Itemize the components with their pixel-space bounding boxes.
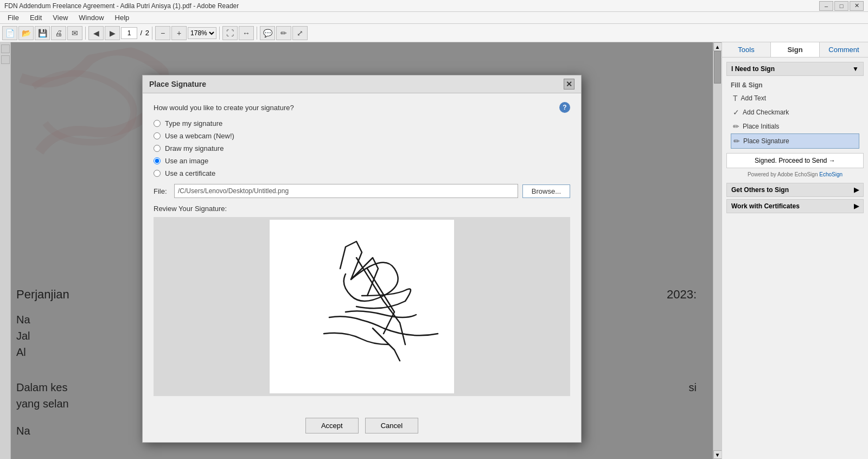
option-webcam[interactable]: Use a webcam (New!) xyxy=(154,132,570,140)
echosign-text: Powered by Adobe EchoSign EchoSign xyxy=(726,170,864,178)
place-signature-modal: Place Signature ✕ How would you like to … xyxy=(142,75,582,443)
modal-overlay: Place Signature ✕ How would you like to … xyxy=(11,42,713,459)
fit-width-btn[interactable]: ↔ xyxy=(239,26,254,40)
accept-button[interactable]: Accept xyxy=(305,418,359,433)
sep1 xyxy=(85,27,86,40)
i-need-to-sign-header[interactable]: I Need to Sign ▼ xyxy=(726,62,864,76)
scrollbar: ▲ ▼ xyxy=(713,42,722,459)
place-initials-label: Place Initials xyxy=(743,123,779,130)
zoom-select[interactable]: 178% 100% 150% 200% xyxy=(188,27,216,39)
main-layout: Perjanjian 2023: Na Jal Al Dalam kes yan… xyxy=(0,42,868,459)
label-type-signature: Type my signature xyxy=(165,119,222,127)
menu-bar: File Edit View Window Help xyxy=(0,12,868,24)
get-others-chevron-icon: ▶ xyxy=(854,186,859,194)
email-btn[interactable]: ✉ xyxy=(67,26,82,40)
modal-titlebar: Place Signature ✕ xyxy=(143,75,581,93)
add-checkmark-label: Add Checkmark xyxy=(743,109,789,116)
label-image: Use an image xyxy=(165,157,208,165)
i-need-to-sign-label: I Need to Sign xyxy=(731,65,775,73)
right-panel: Tools Sign Comment I Need to Sign ▼ Fill… xyxy=(722,42,868,459)
browse-button[interactable]: Browse... xyxy=(522,184,570,198)
radio-image[interactable] xyxy=(154,157,161,164)
signed-proceed-button[interactable]: Signed. Proceed to Send → xyxy=(726,153,864,168)
right-panel-content: I Need to Sign ▼ Fill & Sign T Add Text … xyxy=(722,58,868,459)
option-image[interactable]: Use an image xyxy=(154,157,570,165)
chevron-down-icon: ▼ xyxy=(852,65,859,73)
close-window-button[interactable]: ✕ xyxy=(850,1,864,11)
cancel-button[interactable]: Cancel xyxy=(365,418,418,433)
option-type-signature[interactable]: Type my signature xyxy=(154,119,570,127)
file-path-input[interactable] xyxy=(174,184,518,198)
expand-btn[interactable]: ⤢ xyxy=(292,26,308,40)
sep4 xyxy=(257,27,257,40)
label-draw: Draw my signature xyxy=(165,144,224,152)
scroll-track[interactable] xyxy=(713,51,722,450)
left-strip-btn2[interactable] xyxy=(1,55,10,64)
add-text-item[interactable]: T Add Text xyxy=(731,91,859,105)
signature-preview xyxy=(154,217,570,396)
tab-comment[interactable]: Comment xyxy=(820,42,868,57)
sep3 xyxy=(219,27,220,40)
echosign-label: Powered by Adobe EchoSign xyxy=(748,171,818,177)
place-initials-item[interactable]: ✏ Place Initials xyxy=(731,119,859,133)
work-certs-label: Work with Certificates xyxy=(731,202,800,210)
menu-view[interactable]: View xyxy=(47,12,73,23)
signature-inner xyxy=(270,220,454,393)
fit-page-btn[interactable]: ⛶ xyxy=(222,26,238,40)
checkmark-icon: ✓ xyxy=(733,108,739,117)
prev-page-btn[interactable]: ◀ xyxy=(88,26,104,40)
next-page-btn[interactable]: ▶ xyxy=(105,26,120,40)
zoom-out-btn[interactable]: − xyxy=(155,26,170,40)
scroll-thumb[interactable] xyxy=(714,51,721,84)
page-input[interactable] xyxy=(121,27,137,39)
radio-draw[interactable] xyxy=(154,145,161,152)
menu-edit[interactable]: Edit xyxy=(24,12,47,23)
place-signature-item[interactable]: ✏ Place Signature xyxy=(731,133,859,149)
place-signature-label: Place Signature xyxy=(743,137,789,145)
work-with-certificates-header[interactable]: Work with Certificates ▶ xyxy=(726,199,864,213)
modal-close-button[interactable]: ✕ xyxy=(564,79,575,90)
page-separator: / xyxy=(138,29,144,37)
get-others-to-sign-header[interactable]: Get Others to Sign ▶ xyxy=(726,183,864,197)
open-btn[interactable]: 📂 xyxy=(18,26,34,40)
file-label: File: xyxy=(154,187,170,195)
radio-webcam[interactable] xyxy=(154,132,161,139)
scroll-up-button[interactable]: ▲ xyxy=(713,42,722,51)
highlight-btn[interactable]: ✏ xyxy=(276,26,291,40)
tab-tools[interactable]: Tools xyxy=(722,42,771,57)
sep2 xyxy=(152,27,152,40)
maximize-button[interactable]: □ xyxy=(834,1,848,11)
signed-proceed-label: Signed. Proceed to Send → xyxy=(755,157,835,164)
modal-title: Place Signature xyxy=(149,80,206,88)
add-text-label: Add Text xyxy=(741,94,766,102)
left-strip xyxy=(0,42,11,459)
radio-certificate[interactable] xyxy=(154,170,161,177)
work-certs-chevron-icon: ▶ xyxy=(854,202,859,210)
scroll-down-button[interactable]: ▼ xyxy=(713,450,722,459)
fill-sign-label: Fill & Sign xyxy=(731,80,859,91)
help-icon[interactable]: ? xyxy=(559,102,570,113)
echosign-link[interactable]: EchoSign xyxy=(819,171,843,177)
menu-help[interactable]: Help xyxy=(110,12,135,23)
new-btn[interactable]: 📄 xyxy=(2,26,17,40)
print-btn[interactable]: 🖨 xyxy=(51,26,66,40)
modal-footer: Accept Cancel xyxy=(143,413,581,442)
comment-btn[interactable]: 💬 xyxy=(260,26,275,40)
tab-sign[interactable]: Sign xyxy=(771,42,820,57)
page-total: 2 xyxy=(145,29,149,37)
option-certificate[interactable]: Use a certificate xyxy=(154,169,570,177)
place-signature-icon: ✏ xyxy=(733,137,740,145)
place-initials-icon: ✏ xyxy=(733,122,739,131)
left-strip-btn1[interactable] xyxy=(1,44,10,53)
option-draw[interactable]: Draw my signature xyxy=(154,144,570,152)
zoom-in-btn[interactable]: + xyxy=(171,26,187,40)
modal-question-text: How would you like to create your signat… xyxy=(154,104,294,112)
menu-window[interactable]: Window xyxy=(73,12,109,23)
modal-question: How would you like to create your signat… xyxy=(154,102,570,113)
toolbar: 📄 📂 💾 🖨 ✉ ◀ ▶ / 2 − + 178% 100% 150% 200… xyxy=(0,24,868,42)
radio-type-signature[interactable] xyxy=(154,120,161,127)
add-checkmark-item[interactable]: ✓ Add Checkmark xyxy=(731,105,859,119)
save-btn[interactable]: 💾 xyxy=(35,26,50,40)
minimize-button[interactable]: – xyxy=(819,1,833,11)
menu-file[interactable]: File xyxy=(2,12,24,23)
